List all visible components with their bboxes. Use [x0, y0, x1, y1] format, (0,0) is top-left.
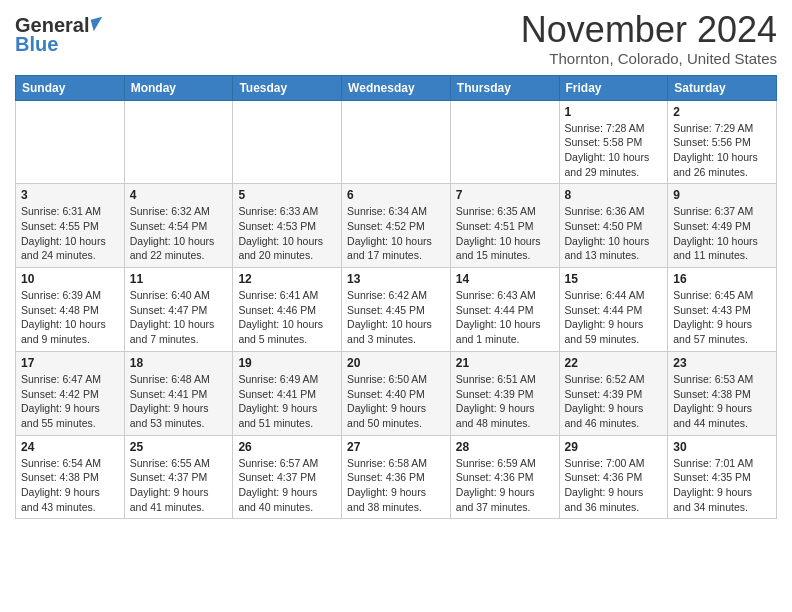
- day-detail: Sunrise: 6:45 AMSunset: 4:43 PMDaylight:…: [673, 288, 771, 347]
- calendar-cell: [342, 100, 451, 184]
- day-number: 14: [456, 272, 554, 286]
- calendar-cell: [450, 100, 559, 184]
- day-number: 19: [238, 356, 336, 370]
- day-number: 26: [238, 440, 336, 454]
- day-detail: Sunrise: 6:53 AMSunset: 4:38 PMDaylight:…: [673, 372, 771, 431]
- day-number: 12: [238, 272, 336, 286]
- calendar-cell: 17Sunrise: 6:47 AMSunset: 4:42 PMDayligh…: [16, 351, 125, 435]
- calendar-week-row: 3Sunrise: 6:31 AMSunset: 4:55 PMDaylight…: [16, 184, 777, 268]
- day-number: 23: [673, 356, 771, 370]
- logo: General Blue: [15, 10, 104, 56]
- day-detail: Sunrise: 7:01 AMSunset: 4:35 PMDaylight:…: [673, 456, 771, 515]
- day-detail: Sunrise: 6:32 AMSunset: 4:54 PMDaylight:…: [130, 204, 228, 263]
- calendar-cell: 8Sunrise: 6:36 AMSunset: 4:50 PMDaylight…: [559, 184, 668, 268]
- day-detail: Sunrise: 6:42 AMSunset: 4:45 PMDaylight:…: [347, 288, 445, 347]
- calendar-week-row: 1Sunrise: 7:28 AMSunset: 5:58 PMDaylight…: [16, 100, 777, 184]
- day-detail: Sunrise: 7:28 AMSunset: 5:58 PMDaylight:…: [565, 121, 663, 180]
- calendar-cell: 28Sunrise: 6:59 AMSunset: 4:36 PMDayligh…: [450, 435, 559, 519]
- day-detail: Sunrise: 6:40 AMSunset: 4:47 PMDaylight:…: [130, 288, 228, 347]
- calendar-cell: [233, 100, 342, 184]
- day-number: 28: [456, 440, 554, 454]
- day-detail: Sunrise: 6:51 AMSunset: 4:39 PMDaylight:…: [456, 372, 554, 431]
- day-detail: Sunrise: 6:47 AMSunset: 4:42 PMDaylight:…: [21, 372, 119, 431]
- calendar-day-header: Saturday: [668, 75, 777, 100]
- day-number: 2: [673, 105, 771, 119]
- day-number: 21: [456, 356, 554, 370]
- calendar-week-row: 17Sunrise: 6:47 AMSunset: 4:42 PMDayligh…: [16, 351, 777, 435]
- calendar-day-header: Thursday: [450, 75, 559, 100]
- calendar-cell: 24Sunrise: 6:54 AMSunset: 4:38 PMDayligh…: [16, 435, 125, 519]
- day-number: 29: [565, 440, 663, 454]
- calendar-cell: 6Sunrise: 6:34 AMSunset: 4:52 PMDaylight…: [342, 184, 451, 268]
- day-number: 16: [673, 272, 771, 286]
- calendar-cell: [124, 100, 233, 184]
- header: General Blue November 2024 Thornton, Col…: [15, 10, 777, 67]
- calendar-cell: 10Sunrise: 6:39 AMSunset: 4:48 PMDayligh…: [16, 268, 125, 352]
- day-number: 3: [21, 188, 119, 202]
- calendar-cell: [16, 100, 125, 184]
- calendar-cell: 1Sunrise: 7:28 AMSunset: 5:58 PMDaylight…: [559, 100, 668, 184]
- calendar-cell: 25Sunrise: 6:55 AMSunset: 4:37 PMDayligh…: [124, 435, 233, 519]
- day-number: 4: [130, 188, 228, 202]
- calendar-cell: 18Sunrise: 6:48 AMSunset: 4:41 PMDayligh…: [124, 351, 233, 435]
- day-number: 17: [21, 356, 119, 370]
- calendar-cell: 2Sunrise: 7:29 AMSunset: 5:56 PMDaylight…: [668, 100, 777, 184]
- day-detail: Sunrise: 6:55 AMSunset: 4:37 PMDaylight:…: [130, 456, 228, 515]
- logo-blue-text: Blue: [15, 33, 58, 55]
- day-number: 18: [130, 356, 228, 370]
- calendar-week-row: 24Sunrise: 6:54 AMSunset: 4:38 PMDayligh…: [16, 435, 777, 519]
- day-detail: Sunrise: 6:49 AMSunset: 4:41 PMDaylight:…: [238, 372, 336, 431]
- day-detail: Sunrise: 7:00 AMSunset: 4:36 PMDaylight:…: [565, 456, 663, 515]
- day-detail: Sunrise: 6:36 AMSunset: 4:50 PMDaylight:…: [565, 204, 663, 263]
- month-title: November 2024: [521, 10, 777, 50]
- calendar-day-header: Friday: [559, 75, 668, 100]
- day-number: 22: [565, 356, 663, 370]
- calendar-table: SundayMondayTuesdayWednesdayThursdayFrid…: [15, 75, 777, 520]
- day-detail: Sunrise: 6:37 AMSunset: 4:49 PMDaylight:…: [673, 204, 771, 263]
- calendar-day-header: Tuesday: [233, 75, 342, 100]
- calendar-cell: 23Sunrise: 6:53 AMSunset: 4:38 PMDayligh…: [668, 351, 777, 435]
- calendar-cell: 12Sunrise: 6:41 AMSunset: 4:46 PMDayligh…: [233, 268, 342, 352]
- day-number: 6: [347, 188, 445, 202]
- calendar-cell: 9Sunrise: 6:37 AMSunset: 4:49 PMDaylight…: [668, 184, 777, 268]
- location-text: Thornton, Colorado, United States: [521, 50, 777, 67]
- title-area: November 2024 Thornton, Colorado, United…: [521, 10, 777, 67]
- day-number: 5: [238, 188, 336, 202]
- day-number: 10: [21, 272, 119, 286]
- calendar-cell: 13Sunrise: 6:42 AMSunset: 4:45 PMDayligh…: [342, 268, 451, 352]
- day-detail: Sunrise: 6:41 AMSunset: 4:46 PMDaylight:…: [238, 288, 336, 347]
- calendar-cell: 5Sunrise: 6:33 AMSunset: 4:53 PMDaylight…: [233, 184, 342, 268]
- day-number: 13: [347, 272, 445, 286]
- day-detail: Sunrise: 6:58 AMSunset: 4:36 PMDaylight:…: [347, 456, 445, 515]
- day-detail: Sunrise: 6:31 AMSunset: 4:55 PMDaylight:…: [21, 204, 119, 263]
- day-detail: Sunrise: 7:29 AMSunset: 5:56 PMDaylight:…: [673, 121, 771, 180]
- calendar-cell: 27Sunrise: 6:58 AMSunset: 4:36 PMDayligh…: [342, 435, 451, 519]
- day-detail: Sunrise: 6:33 AMSunset: 4:53 PMDaylight:…: [238, 204, 336, 263]
- day-number: 7: [456, 188, 554, 202]
- calendar-cell: 30Sunrise: 7:01 AMSunset: 4:35 PMDayligh…: [668, 435, 777, 519]
- day-number: 8: [565, 188, 663, 202]
- day-detail: Sunrise: 6:43 AMSunset: 4:44 PMDaylight:…: [456, 288, 554, 347]
- day-number: 25: [130, 440, 228, 454]
- calendar-cell: 29Sunrise: 7:00 AMSunset: 4:36 PMDayligh…: [559, 435, 668, 519]
- calendar-cell: 19Sunrise: 6:49 AMSunset: 4:41 PMDayligh…: [233, 351, 342, 435]
- calendar-cell: 7Sunrise: 6:35 AMSunset: 4:51 PMDaylight…: [450, 184, 559, 268]
- calendar-cell: 14Sunrise: 6:43 AMSunset: 4:44 PMDayligh…: [450, 268, 559, 352]
- calendar-day-header: Monday: [124, 75, 233, 100]
- calendar-cell: 20Sunrise: 6:50 AMSunset: 4:40 PMDayligh…: [342, 351, 451, 435]
- calendar-cell: 15Sunrise: 6:44 AMSunset: 4:44 PMDayligh…: [559, 268, 668, 352]
- calendar-cell: 11Sunrise: 6:40 AMSunset: 4:47 PMDayligh…: [124, 268, 233, 352]
- day-number: 27: [347, 440, 445, 454]
- calendar-cell: 22Sunrise: 6:52 AMSunset: 4:39 PMDayligh…: [559, 351, 668, 435]
- day-detail: Sunrise: 6:44 AMSunset: 4:44 PMDaylight:…: [565, 288, 663, 347]
- day-detail: Sunrise: 6:39 AMSunset: 4:48 PMDaylight:…: [21, 288, 119, 347]
- calendar-header-row: SundayMondayTuesdayWednesdayThursdayFrid…: [16, 75, 777, 100]
- calendar-cell: 21Sunrise: 6:51 AMSunset: 4:39 PMDayligh…: [450, 351, 559, 435]
- calendar-cell: 26Sunrise: 6:57 AMSunset: 4:37 PMDayligh…: [233, 435, 342, 519]
- day-detail: Sunrise: 6:50 AMSunset: 4:40 PMDaylight:…: [347, 372, 445, 431]
- calendar-week-row: 10Sunrise: 6:39 AMSunset: 4:48 PMDayligh…: [16, 268, 777, 352]
- calendar-cell: 4Sunrise: 6:32 AMSunset: 4:54 PMDaylight…: [124, 184, 233, 268]
- day-detail: Sunrise: 6:54 AMSunset: 4:38 PMDaylight:…: [21, 456, 119, 515]
- day-detail: Sunrise: 6:59 AMSunset: 4:36 PMDaylight:…: [456, 456, 554, 515]
- day-detail: Sunrise: 6:52 AMSunset: 4:39 PMDaylight:…: [565, 372, 663, 431]
